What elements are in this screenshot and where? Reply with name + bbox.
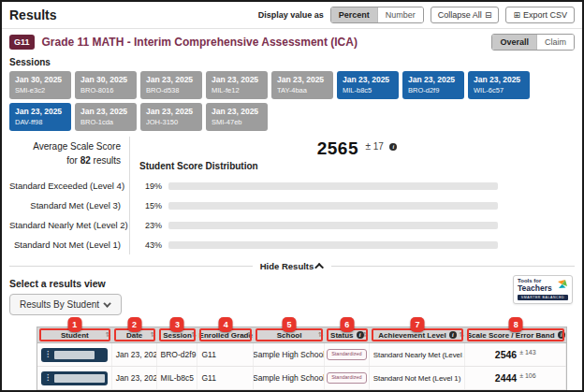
session-date: Jan 23, 2025 (474, 75, 524, 84)
row-school: Sample High School (254, 373, 325, 383)
column-header-status[interactable]: Statusi⇅6 (325, 327, 370, 342)
student-redacted-pill[interactable]: ⋮ (41, 348, 108, 362)
column-header-session[interactable]: Session⇅3 (157, 327, 198, 342)
drag-handle-icon[interactable]: ⋮ (44, 374, 51, 382)
session-code: SMI-47eb (212, 118, 262, 126)
session-button-MIL-fe12[interactable]: Jan 23, 2025MIL-fe12 (206, 71, 268, 99)
display-value-label: Display value as (258, 10, 324, 20)
session-button-BRO-1cda[interactable]: Jan 23, 2025BRO-1cda (75, 103, 137, 131)
column-header-date[interactable]: Date⇅2 (112, 327, 157, 342)
collapse-all-button[interactable]: Collapse All ⊟ (431, 7, 500, 23)
distribution-level-label: Standard Met (Level 3) (9, 196, 121, 215)
table-cell: Sample High School (254, 367, 325, 389)
column-header-label: Enrolled Grade (199, 331, 253, 340)
column-header-student[interactable]: Student⇅1 (37, 327, 112, 342)
table-cell: Jan 23, 2025 (112, 367, 157, 389)
divider-line-left (9, 266, 253, 267)
table-body: ⋮Jan 23, 2025BRO-d2f9G11Sample High Scho… (37, 343, 566, 390)
distribution-bar-track (168, 202, 498, 210)
row-session: MIL-b8c5 (161, 373, 194, 383)
session-date: Jan 23, 2025 (408, 75, 459, 84)
status-badge: Standardized (327, 349, 366, 360)
score-info-icon[interactable]: i (389, 143, 397, 151)
export-csv-icon: ⊞ (513, 10, 520, 20)
results-view-value: Results By Student (20, 299, 99, 310)
info-icon[interactable]: i (449, 331, 457, 339)
session-button-SMI-47eb[interactable]: Jan 23, 2025SMI-47eb (206, 103, 268, 131)
table-header-row: Student⇅1Date⇅2Session⇅3Enrolled Grade⇅4… (37, 327, 566, 343)
column-header-label: Achievement Level (378, 331, 445, 340)
student-redacted-pill[interactable]: ⋮ (41, 371, 108, 385)
table-cell: ⋮ (37, 343, 112, 366)
session-code: BRO-1cda (80, 118, 131, 126)
column-header-scale-score-error-band[interactable]: Scale Score / Error Bandi⇅8 (465, 327, 566, 342)
claim-tab[interactable]: Claim (536, 35, 574, 50)
session-button-BRO-d2f9[interactable]: Jan 23, 2025BRO-d2f9 (402, 71, 464, 99)
export-csv-button[interactable]: ⊞ Export CSV (505, 7, 575, 23)
table-cell: MIL-b8c5 (157, 367, 198, 389)
session-button-BRO-d538[interactable]: Jan 23, 2025BRO-d538 (140, 71, 202, 99)
score-summary: Average Scale Score for 82 results Stand… (9, 137, 575, 254)
session-date: Jan 23, 2025 (343, 75, 393, 84)
table-row[interactable]: ⋮Jan 23, 2025BRO-d2f9G11Sample High Scho… (37, 343, 566, 367)
overall-tab[interactable]: Overall (492, 35, 536, 50)
session-code: BRO-d2f9 (408, 86, 459, 94)
table-cell: 2546± 143 (465, 343, 566, 366)
session-button-JOH-3150[interactable]: Jan 23, 2025JOH-3150 (140, 103, 202, 131)
sort-icon: ⇅ (247, 331, 253, 339)
sessions-label: Sessions (9, 57, 575, 67)
row-school: Sample High School (254, 350, 325, 359)
divider-line-right (331, 266, 575, 267)
sort-icon: ⇅ (192, 331, 197, 339)
session-code: JOH-3150 (146, 118, 197, 126)
percent-toggle-button[interactable]: Percent (331, 7, 377, 22)
session-button-DAV-ff98[interactable]: Jan 23, 2025DAV-ff98 (9, 103, 71, 131)
row-date: Jan 23, 2025 (116, 373, 157, 383)
table-cell: Standard Not Met (Level 1) (370, 367, 466, 389)
session-button-SMI-e3c2[interactable]: Jan 30, 2025SMI-e3c2 (9, 71, 71, 99)
row-scale-score: 2546 (495, 349, 517, 360)
column-header-label: Student (61, 331, 89, 340)
drag-handle-icon[interactable]: ⋮ (44, 351, 51, 358)
distribution-labels: Standard Exceeded (Level 4)Standard Met … (9, 176, 121, 254)
distribution-bar-track (168, 241, 498, 249)
summary-right: 2565 ± 17 i Student Score Distribution 1… (129, 137, 575, 254)
column-header-achievement-level[interactable]: Achievement Leveli⇅7 (370, 327, 466, 342)
column-header-enrolled-grade[interactable]: Enrolled Grade⇅4 (197, 327, 254, 342)
average-score-value: 2565 ± 17 i (139, 137, 575, 161)
table-cell: BRO-d2f9 (157, 343, 198, 366)
session-button-MIL-b8c5[interactable]: Jan 23, 2025MIL-b8c5 (337, 71, 399, 99)
distribution-bar-row: 23% (139, 215, 575, 235)
status-badge: Standardized (327, 372, 366, 384)
distribution-bars: 19%15%23%43% (139, 176, 575, 254)
row-scale-score: 2444 (495, 372, 517, 384)
sort-icon: ⇅ (560, 331, 565, 339)
hide-results-toggle[interactable]: Hide Results (260, 261, 325, 271)
distribution-title: Student Score Distribution (139, 161, 575, 176)
table-cell: Standard Nearly Met (Level 2) (370, 343, 466, 366)
session-code: DAV-ff98 (15, 118, 66, 126)
summary-left-labels: Average Scale Score for 82 results Stand… (9, 137, 129, 254)
distribution-bar-row: 19% (139, 176, 575, 196)
session-list: Jan 30, 2025SMI-e3c2Jan 30, 2025BRO-8016… (9, 71, 575, 131)
average-scale-score-label: Average Scale Score for 82 results (9, 137, 121, 176)
row-achievement-level: Standard Not Met (Level 1) (373, 374, 460, 383)
row-grade: G11 (201, 373, 215, 383)
row-session: BRO-d2f9 (161, 350, 197, 359)
table-row[interactable]: ⋮Jan 23, 2025MIL-b8c5G11Sample High Scho… (37, 367, 566, 390)
number-toggle-button[interactable]: Number (377, 7, 423, 22)
session-code: WIL-6c57 (474, 86, 524, 94)
session-code: MIL-fe12 (212, 86, 262, 94)
session-button-TAY-4baa[interactable]: Jan 23, 2025TAY-4baa (271, 71, 333, 99)
score-error-band: ± 17 (365, 141, 383, 152)
session-date: Jan 23, 2025 (146, 107, 197, 116)
page-title: Results (9, 7, 57, 22)
sessions-section: Sessions Jan 30, 2025SMI-e3c2Jan 30, 202… (2, 57, 582, 131)
session-code: BRO-d538 (146, 86, 197, 94)
column-header-school[interactable]: School⇅5 (254, 327, 325, 342)
session-button-WIL-6c57[interactable]: Jan 23, 2025WIL-6c57 (468, 71, 530, 99)
collapse-all-label: Collapse All (438, 10, 482, 20)
results-view-dropdown[interactable]: Results By Student (9, 294, 122, 315)
row-date: Jan 23, 2025 (116, 350, 157, 359)
session-button-BRO-8016[interactable]: Jan 30, 2025BRO-8016 (75, 71, 137, 99)
